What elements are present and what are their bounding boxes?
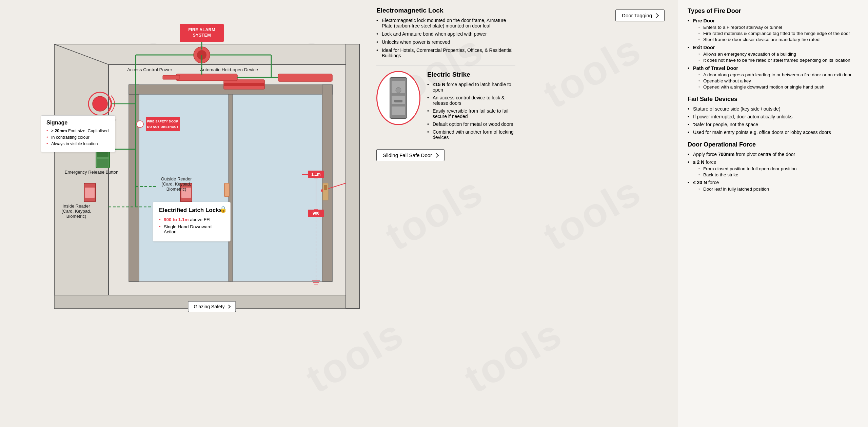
fail-safe-item-1: • Stature of secure side (key side / out… [688,106,859,112]
svg-rect-16 [278,74,332,81]
fail-safe-item-4: • Used for main entry points e.g. office… [688,130,859,135]
svg-rect-14 [176,74,237,81]
svg-rect-68 [392,106,405,115]
svg-rect-9 [231,94,322,282]
force-item-3: • ≤ 20 N force ◦ Door leaf in fully latc… [688,180,859,192]
electric-strike-info: Electric Strike • ≤15 N force applied to… [427,71,515,142]
svg-text:SYSTEM: SYSTEM [193,33,211,38]
signage-item-1: • ≥ 20mm Font size, Capitalised [46,129,110,133]
fail-safe-item-3: • 'Safe' for people, not the space [688,122,859,127]
svg-text:!: ! [139,121,141,127]
strike-item-2: • An access control device to lock & rel… [427,95,515,106]
force-item-1: • Apply force 700mm from pivot centre of… [688,152,859,157]
em-lock-item-4: • Ideal for Hotels, Commercial Propertie… [376,47,515,58]
glazing-chevron-icon [227,305,231,308]
diagram-container: FIRE ALARM SYSTEM [34,17,390,322]
emergency-release-label: Emergency Release Button [64,170,119,175]
lock-icon: 🔒 [219,206,227,213]
signage-item-3: • Always in visible location [46,141,110,146]
type-path-of-travel: • Path of Travel Door ◦ A door along egr… [688,65,859,90]
elec-latch-item-1: • 900 to 1.1m above FFL [159,217,224,222]
right-panel: Types of Fire Door • Fire Door ◦ Enters … [678,0,868,427]
door-tagging-button[interactable]: Door Tagging [615,9,665,21]
strike-item-5: • Combined with another form of locking … [427,129,515,140]
sliding-chevron-icon [434,153,439,157]
outside-reader-label: Outside Reader(Card, Keypad,Biometric) [153,176,200,192]
types-title: Types of Fire Door [688,7,859,15]
door-op-force-title: Door Operational Force [688,141,859,148]
types-list: • Fire Door ◦ Enters to a Fireproof stai… [688,18,859,90]
electric-strike-image: ➤ [376,71,420,125]
type-exit-door: • Exit Door ◦ Allows an emergency evacua… [688,45,859,63]
auto-hold-open-label: Automatic Hold-open Device [200,67,258,72]
em-lock-section: Electromagnetic Lock • Electromagnetic l… [376,7,515,58]
svg-rect-41 [85,188,95,198]
door-tagging-label: Door Tagging [622,13,652,18]
door-op-force-list: • Apply force 700mm from pivot centre of… [688,152,859,192]
em-lock-item-3: • Unlocks when power is removed [376,39,515,45]
force-item-2: • ≤ 2 N force ◦ From closed position to … [688,159,859,177]
electric-strike-title: Electric Strike [427,71,515,78]
chevron-right-icon [654,13,659,18]
strike-item-3: • Easily reversible from fail safe to fa… [427,108,515,119]
glazing-safety-label: Glazing Safety [194,304,224,309]
glazing-safety-button[interactable]: Glazing Safety [188,301,236,312]
svg-text:1.1m: 1.1m [311,172,320,177]
svg-point-34 [93,96,107,111]
fail-safe-item-2: • If power interrupted, door automatical… [688,114,859,119]
inside-reader-label: Inside Reader(Card, Keypad,Biometric) [54,203,98,219]
em-lock-item-2: • Lock and Armature bond when applied wi… [376,31,515,37]
strike-item-4: • Default option for metal or wood doors [427,121,515,127]
svg-rect-69 [394,100,402,102]
main-container: Door Tagging [0,0,868,427]
sliding-fail-safe-button[interactable]: Sliding Fail Safe Door [376,149,515,161]
strike-item-1: • ≤15 N force applied to latch handle to… [427,82,515,93]
em-lock-title: Electromagnetic Lock [376,7,515,14]
svg-rect-15 [163,75,180,79]
em-lock-item-1: • Electromagnetic lock mounted on the do… [376,18,515,28]
fail-safe-list: • Stature of secure side (key side / out… [688,106,859,135]
elec-latch-box: Electrified Latch Locks • 900 to 1.1m ab… [153,202,231,241]
svg-text:FIRE ALARM: FIRE ALARM [188,27,215,32]
svg-point-70 [396,88,401,93]
svg-rect-5 [129,85,139,282]
type-fire-door: • Fire Door ◦ Enters to a Fireproof stai… [688,18,859,42]
signage-box: Signage • ≥ 20mm Font size, Capitalised … [41,115,115,152]
svg-rect-64 [324,185,327,190]
strike-svg [385,76,412,120]
svg-rect-13 [224,83,264,86]
center-info-panel: Electromagnetic Lock • Electromagnetic l… [370,0,522,427]
elec-latch-title: Electrified Latch Locks [159,207,224,214]
svg-rect-4 [346,44,359,309]
svg-text:900: 900 [313,211,319,216]
sliding-btn-label: Sliding Fail Safe Door [383,152,432,158]
svg-rect-11 [224,183,229,197]
fail-safe-title: Fail Safe Devices [688,96,859,103]
signage-title: Signage [46,120,110,126]
svg-text:DO NOT OBSTRUCT: DO NOT OBSTRUCT [147,125,179,129]
signage-item-2: • In contrasting colour [46,135,110,140]
electric-strike-section: ➤ Electric Strike • ≤15 N force applied … [376,71,515,142]
svg-text:FIRE SAFETY DOOR: FIRE SAFETY DOOR [147,119,179,123]
elec-latch-item-2: • Single Hand Downward Action [159,224,224,234]
access-control-label: Access Control Power [127,67,172,72]
svg-rect-39 [97,159,108,167]
